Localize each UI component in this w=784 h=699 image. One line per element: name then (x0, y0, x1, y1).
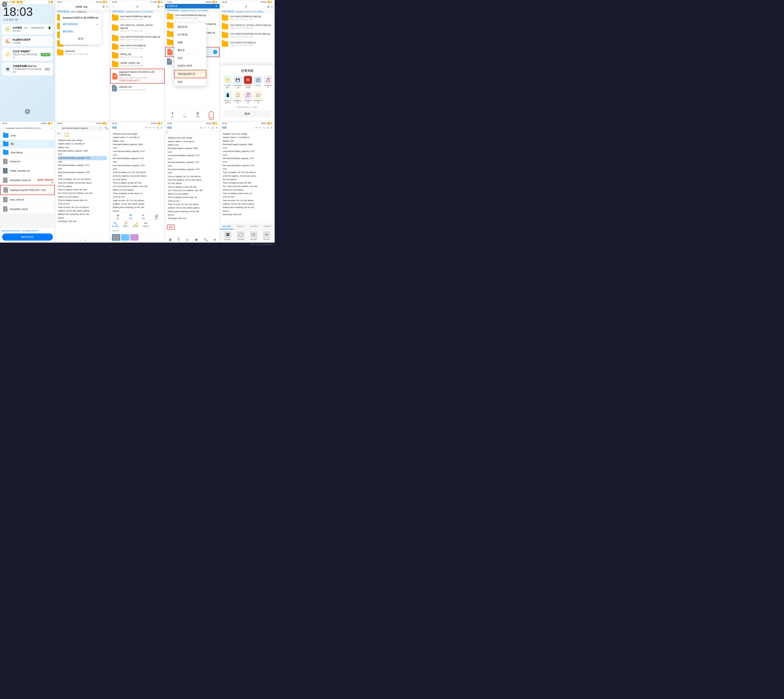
file-item[interactable]: com.xiaomi.finddevice-appLog 2023-11-20 … (110, 13, 164, 22)
file-main-entry[interactable]: T main_entry.txt (0, 195, 55, 204)
file-visible-windows-zip[interactable]: Z visible_windows.zip (0, 166, 55, 176)
folder-lshal[interactable]: lshal-debug (0, 148, 55, 157)
app-news[interactable]: 📰 网易新闻大师 (254, 91, 262, 104)
tab-images[interactable]: 图片 (57, 132, 61, 136)
expand-icon[interactable]: ⊡ (157, 126, 159, 129)
list-icon[interactable]: ≡ (214, 238, 215, 242)
undo-icon[interactable]: ↩ (149, 126, 151, 129)
file-item[interactable]: com.xiaomi.mi_connect_service-appLog 202… (110, 22, 164, 34)
nav-icon-add[interactable]: ⊞ (157, 5, 159, 8)
close-selection-icon[interactable]: ✕ (215, 5, 218, 8)
undo-icon[interactable]: ↩ (259, 126, 261, 129)
close-doc-icon[interactable]: ✕ (215, 126, 218, 129)
exit-power-mode-btn[interactable]: 立即退出 (40, 53, 51, 56)
subtool-wordcount[interactable]: 📝字数统计 (123, 221, 129, 227)
context-rename[interactable]: 重命名 (174, 46, 206, 54)
context-favorite[interactable]: 收藏 (174, 39, 206, 46)
app-wps[interactable]: W WPS压缩管理器 (244, 76, 252, 89)
nav-icon-view[interactable]: ≡ (106, 5, 108, 8)
extract-to-btn[interactable]: 解压缩到... (60, 28, 102, 35)
exit-pc-connect-btn[interactable]: 退出 (44, 68, 51, 71)
expand-icon[interactable]: ⊡ (267, 126, 269, 129)
app-smart-life[interactable]: 📱 智慧生活·生活主页 (224, 91, 232, 104)
nav-icon-list[interactable]: ≡ (271, 5, 273, 8)
refresh-icon[interactable]: ↺ (200, 126, 202, 129)
clear-search-icon[interactable]: ✕ (100, 127, 102, 129)
close-doc-icon[interactable]: ✕ (161, 126, 163, 129)
context-open-with[interactable]: 用其他应用打开 (174, 70, 206, 78)
app-music[interactable]: 🎵 音乐播放大师 (264, 76, 272, 89)
prev-page-btn[interactable]: ‹ (80, 239, 81, 242)
nav-icon-view[interactable]: ≡ (161, 5, 163, 8)
redo-icon[interactable]: ↪ (153, 126, 155, 129)
app-file-manager[interactable]: 📁 文件管理·解压 (224, 76, 232, 89)
nav-icon-grid[interactable]: ⊞ (267, 5, 269, 8)
expand-icon[interactable]: ⊡ (212, 126, 214, 129)
highlighted-zip-file[interactable]: ZIP bugreport-Xiaomi 12X-2023-11-20-1504… (110, 69, 164, 84)
tab-highlight[interactable]: 高亮 (64, 132, 69, 136)
back-btn-7[interactable]: ← (56, 127, 59, 129)
smiley-icon[interactable]: ☺ (186, 238, 189, 242)
context-copy-dir[interactable]: 复制目录 (174, 23, 206, 31)
file-version-txt[interactable]: T version.txt (0, 157, 55, 166)
more-thumbs-icon[interactable]: ··· (139, 234, 142, 240)
file-bugreport-psyche[interactable]: T bugreport-psyche-TKQ1.220...4.txt (0, 185, 55, 195)
subtool-nightmode[interactable]: 🌙夜间模式 (133, 221, 139, 227)
back-btn-5[interactable]: ← (222, 5, 225, 8)
notification-file-manager[interactable]: 📁 文件管理 电池 1.56W 100% 54.3° 📲 全反射认 (2, 24, 53, 34)
extract-save-btn[interactable]: 解压并保存 (2, 234, 53, 240)
context-details[interactable]: 详情 (174, 78, 206, 86)
app-email[interactable]: 📋 网易邮箱大师 (234, 91, 242, 104)
tool-view[interactable]: 👁查看 (129, 214, 132, 220)
more-btn[interactable]: ··· 更多 (209, 111, 214, 120)
done-btn-8[interactable]: 完成 (112, 126, 116, 129)
notification-pc-connect[interactable]: 💻 已连接至电脑Lloyd Liu 可在电脑端操作手机并拓展传输文件 退出 (2, 63, 53, 76)
file-item[interactable]: update_engine_log 2023-11-20 下午15:04 | 6… (110, 60, 164, 69)
back-btn-2[interactable]: ← (57, 5, 60, 8)
context-compress[interactable]: 压缩 (174, 54, 206, 62)
subtool-eyemode[interactable]: 👓护眼模式 (143, 221, 149, 227)
close-notifications-btn[interactable]: ✕ (25, 109, 30, 114)
app-cloud-save[interactable]: 💾 保存到我的云盘 (234, 76, 242, 89)
tab-word-count[interactable]: 字数统计 (234, 224, 247, 229)
back-btn-6[interactable]: ← (2, 127, 5, 130)
move-btn[interactable]: ↔ 移动 (183, 111, 187, 120)
thumb-3[interactable] (130, 234, 139, 240)
search-input[interactable] (61, 127, 99, 129)
done-btn-9[interactable]: 完成 (167, 126, 171, 129)
close-doc-icon[interactable]: ✕ (270, 126, 273, 129)
text-icon[interactable]: T (177, 238, 180, 242)
file-item[interactable]: com.xiaomi.xmsf-appLog 2023-11-20 下午15:0… (110, 43, 164, 51)
popup-cancel-btn[interactable]: 取消 (60, 35, 102, 42)
insert-more[interactable]: ✂ 插入内容 (261, 231, 273, 240)
tool-review[interactable]: ✏审阅 (142, 214, 145, 220)
file-item[interactable]: powerinfo 2023-08-15 下午19:25 | 1项 › (55, 48, 109, 57)
extract-here-btn[interactable]: 解压缩到此处 ✓ (60, 21, 102, 28)
tab-insert-items[interactable]: 插入内容 (220, 224, 234, 229)
file-dumpstate-log[interactable]: T dumpstate_log.txt (0, 204, 55, 214)
close-viewer-btn[interactable]: ✕ (51, 127, 53, 130)
open-with-cancel-btn[interactable]: 取消 (224, 110, 271, 118)
nav-icon-add[interactable]: ⊞ (103, 5, 104, 8)
folder-fs[interactable]: FS (0, 140, 55, 148)
insert-picture[interactable]: 🖼 插入图片 (222, 231, 234, 240)
context-set-private[interactable]: 设为私密 (174, 31, 206, 39)
thumb-2[interactable] (121, 234, 129, 240)
file-item[interactable]: debug_log 2023-11-20 下午15:04 | 1项 › (110, 51, 164, 60)
search-icon[interactable]: 🔍 (104, 126, 108, 130)
back-btn-3[interactable]: ← (112, 5, 115, 8)
subtool-find[interactable]: 🔍查找/替换 (112, 221, 119, 227)
done-btn-10[interactable]: 完成 (222, 126, 226, 129)
redo-icon[interactable]: ↪ (208, 126, 210, 129)
share-btn[interactable]: ⬆ 分享 (171, 111, 174, 120)
insert-table[interactable]: 📋 插入表格 (235, 231, 247, 240)
file-item[interactable]: com.xiaomi.simactivate.service-appLog 20… (110, 34, 164, 43)
app-music2[interactable]: 🎵 音乐播放大师 (244, 91, 252, 104)
plus-icon[interactable]: ⊕ (195, 238, 198, 242)
refresh-icon[interactable]: ↺ (145, 126, 147, 129)
refresh-icon[interactable]: ↺ (255, 126, 257, 129)
context-add-widget[interactable]: 添加到小部件 (174, 62, 206, 70)
notification-bug-report[interactable]: 🐛 Bug报告生成完毕 点击查看 (2, 36, 53, 46)
tab-table-mode[interactable]: 表间模式 (247, 224, 261, 229)
tool-insert[interactable]: ⊕插入 (116, 214, 120, 220)
